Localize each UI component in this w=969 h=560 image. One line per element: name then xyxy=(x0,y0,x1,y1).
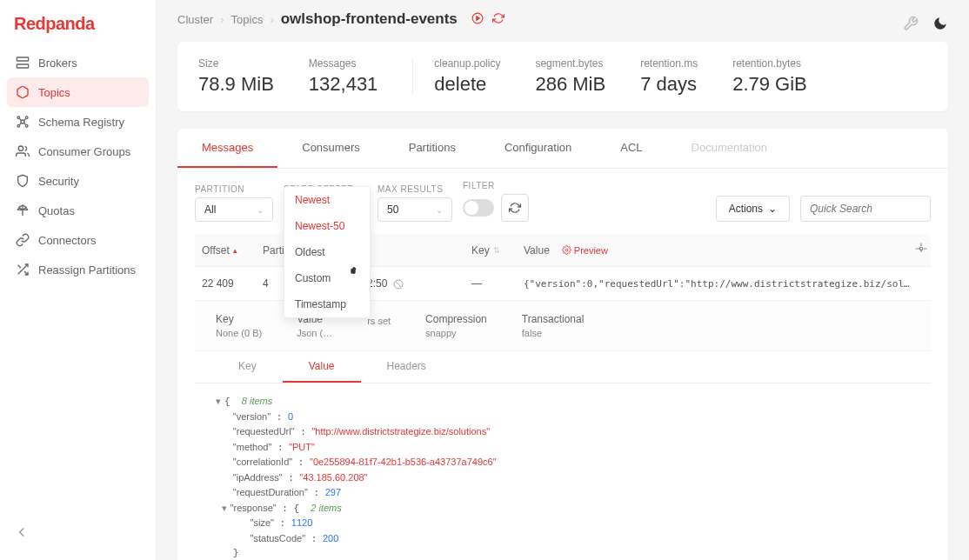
refresh-button[interactable] xyxy=(501,194,529,222)
stat-cleanup-policy: cleanup.policydelete xyxy=(412,57,500,96)
svg-line-11 xyxy=(20,123,22,124)
group-icon xyxy=(16,144,30,158)
sidebar-item-security[interactable]: Security xyxy=(7,166,149,196)
filter-toggle[interactable] xyxy=(463,199,494,217)
sidebar-item-connectors[interactable]: Connectors xyxy=(7,225,149,255)
tab-messages[interactable]: Messages xyxy=(177,129,277,168)
breadcrumb-topics[interactable]: Topics xyxy=(231,13,264,26)
partition-select[interactable]: All⌄ xyxy=(195,197,273,222)
partition-label: PARTITION xyxy=(195,184,273,194)
breadcrumb-root[interactable]: Cluster xyxy=(177,13,213,26)
subtab-key[interactable]: Key xyxy=(212,351,283,383)
server-icon xyxy=(16,56,30,70)
detail-misc: rs set xyxy=(367,313,391,338)
box-icon xyxy=(16,85,30,99)
svg-marker-18 xyxy=(477,16,480,20)
col-value[interactable]: Value Preview xyxy=(517,244,915,257)
main-content: Cluster › Topics › owlshop-frontend-even… xyxy=(157,0,969,560)
sidebar-item-label: Security xyxy=(38,175,79,188)
sidebar-item-brokers[interactable]: Brokers xyxy=(7,48,149,77)
stat-label: Messages xyxy=(309,57,378,70)
tab-acl[interactable]: ACL xyxy=(596,129,666,168)
search-input[interactable] xyxy=(800,196,931,222)
tab-configuration[interactable]: Configuration xyxy=(480,129,596,168)
svg-line-22 xyxy=(396,281,402,287)
shield-icon xyxy=(16,174,30,188)
stat-value: 286 MiB xyxy=(535,73,605,96)
stat-segment-bytes: segment.bytes286 MiB xyxy=(535,57,605,96)
stat-retention-bytes: retention.bytes2.79 GiB xyxy=(732,57,807,96)
stat-value: delete xyxy=(434,73,500,96)
refresh-icon[interactable] xyxy=(492,12,505,27)
sidebar-item-schema-registry[interactable]: Schema Registry xyxy=(7,107,149,137)
dropdown-option-newest[interactable]: Newest xyxy=(284,187,370,213)
expand-icon[interactable]: ▾ xyxy=(222,501,231,516)
detail-compression: Compressionsnappy xyxy=(425,313,487,338)
subtab-value[interactable]: Value xyxy=(283,351,361,383)
cell-offset: 22 409 xyxy=(195,277,256,290)
tab-partitions[interactable]: Partitions xyxy=(384,129,480,168)
stat-value: 132,431 xyxy=(309,73,378,96)
produce-record-icon[interactable] xyxy=(471,12,484,27)
svg-point-19 xyxy=(565,249,568,251)
svg-line-9 xyxy=(20,119,22,121)
max-results-select[interactable]: 50⌄ xyxy=(378,197,452,222)
svg-point-13 xyxy=(18,146,23,150)
col-offset[interactable]: Offset ▴ xyxy=(195,244,256,257)
stat-retention-ms: retention.ms7 days xyxy=(640,57,698,96)
sidebar-item-consumer-groups[interactable]: Consumer Groups xyxy=(7,137,149,166)
stat-label: retention.ms xyxy=(640,57,698,70)
actions-button[interactable]: Actions⌄ xyxy=(716,196,790,222)
link-icon xyxy=(16,233,30,247)
svg-line-10 xyxy=(23,119,25,121)
dropdown-option-timestamp[interactable]: Timestamp xyxy=(284,291,370,317)
collapse-sidebar-button[interactable] xyxy=(7,517,149,550)
stat-label: retention.bytes xyxy=(732,57,807,70)
sidebar-item-quotas[interactable]: Quotas xyxy=(7,196,149,225)
svg-point-8 xyxy=(25,124,28,127)
shuffle-icon xyxy=(16,263,30,277)
dropdown-option-newest-50[interactable]: Newest-50 xyxy=(284,213,370,239)
cell-key: — xyxy=(464,277,517,290)
svg-point-6 xyxy=(25,117,28,119)
svg-rect-0 xyxy=(17,57,28,61)
sidebar-item-reassign-partitions[interactable]: Reassign Partitions xyxy=(7,255,149,284)
svg-point-5 xyxy=(17,117,20,119)
stat-value: 7 days xyxy=(640,73,698,96)
dropdown-option-custom[interactable]: Custom xyxy=(284,265,370,291)
sidebar-item-label: Quotas xyxy=(38,204,75,217)
detail-value: false xyxy=(522,328,585,338)
sidebar-item-label: Connectors xyxy=(38,234,96,247)
wrench-icon[interactable] xyxy=(903,16,919,34)
chevron-right-icon: › xyxy=(220,13,224,26)
scale-icon xyxy=(16,203,30,217)
preview-button[interactable]: Preview xyxy=(562,245,608,256)
table-settings-button[interactable] xyxy=(915,243,931,257)
detail-subtabs: KeyValueHeaders xyxy=(195,351,931,383)
sidebar-item-label: Consumer Groups xyxy=(38,145,130,158)
moon-icon[interactable] xyxy=(932,16,948,34)
tab-consumers[interactable]: Consumers xyxy=(277,129,384,168)
detail-transactional: Transactionalfalse xyxy=(522,313,585,338)
detail-value: snappy xyxy=(425,328,487,338)
chevron-down-icon: ⌄ xyxy=(257,205,264,215)
json-viewer: ▾{ 8 items "version" : 0 "requestedUrl" … xyxy=(195,383,931,560)
dropdown-option-oldest[interactable]: Oldest xyxy=(284,239,370,265)
svg-line-12 xyxy=(23,123,25,124)
stat-value: 78.9 MiB xyxy=(198,73,274,96)
cell-value: {"version":0,"requestedUrl":"http://www.… xyxy=(517,278,931,290)
expand-icon[interactable]: ▾ xyxy=(216,394,224,409)
col-key[interactable]: Key ⇅ xyxy=(464,244,517,257)
detail-key: KeyNone (0 B) xyxy=(216,313,262,338)
content-card: MessagesConsumersPartitionsConfiguration… xyxy=(177,129,948,560)
stat-value: 2.79 GiB xyxy=(732,73,807,96)
svg-line-16 xyxy=(18,265,21,268)
svg-rect-1 xyxy=(17,64,28,68)
start-offset-dropdown: NewestNewest-50OldestCustomTimestamp xyxy=(284,186,371,318)
detail-label: Compression xyxy=(425,313,487,325)
subtab-headers[interactable]: Headers xyxy=(361,351,452,383)
sidebar-item-topics[interactable]: Topics xyxy=(7,77,149,107)
detail-value: None (0 B) xyxy=(216,328,262,338)
tabs: MessagesConsumersPartitionsConfiguration… xyxy=(177,129,948,169)
filter-label: FILTER xyxy=(463,181,529,190)
